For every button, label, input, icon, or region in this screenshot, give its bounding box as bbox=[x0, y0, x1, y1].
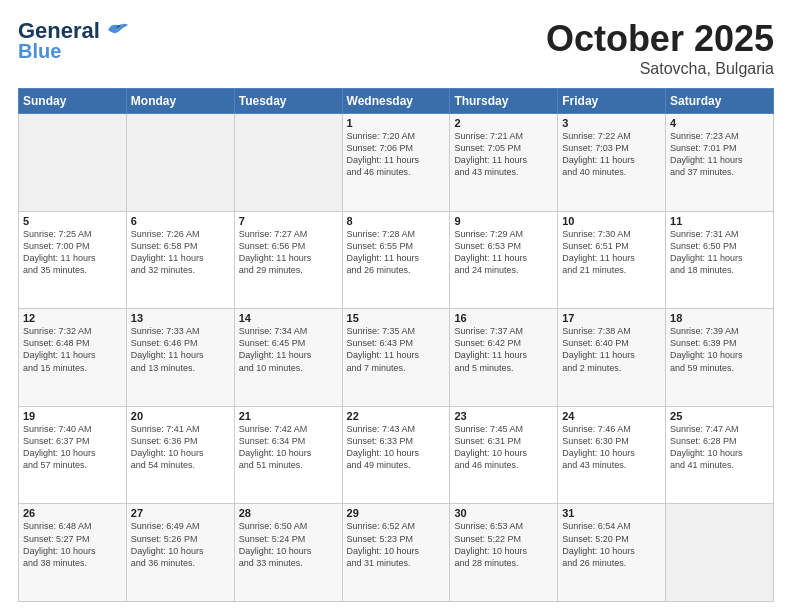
day-cell: 7Sunrise: 7:27 AM Sunset: 6:56 PM Daylig… bbox=[234, 211, 342, 309]
day-info: Sunrise: 7:42 AM Sunset: 6:34 PM Dayligh… bbox=[239, 423, 338, 472]
day-cell: 15Sunrise: 7:35 AM Sunset: 6:43 PM Dayli… bbox=[342, 309, 450, 407]
day-cell: 23Sunrise: 7:45 AM Sunset: 6:31 PM Dayli… bbox=[450, 406, 558, 504]
day-cell: 8Sunrise: 7:28 AM Sunset: 6:55 PM Daylig… bbox=[342, 211, 450, 309]
day-info: Sunrise: 7:29 AM Sunset: 6:53 PM Dayligh… bbox=[454, 228, 553, 277]
day-number: 16 bbox=[454, 312, 553, 324]
day-cell: 11Sunrise: 7:31 AM Sunset: 6:50 PM Dayli… bbox=[666, 211, 774, 309]
day-number: 18 bbox=[670, 312, 769, 324]
day-cell: 3Sunrise: 7:22 AM Sunset: 7:03 PM Daylig… bbox=[558, 114, 666, 212]
day-cell bbox=[234, 114, 342, 212]
day-cell: 6Sunrise: 7:26 AM Sunset: 6:58 PM Daylig… bbox=[126, 211, 234, 309]
day-number: 30 bbox=[454, 507, 553, 519]
day-info: Sunrise: 7:35 AM Sunset: 6:43 PM Dayligh… bbox=[347, 325, 446, 374]
weekday-header-thursday: Thursday bbox=[450, 89, 558, 114]
day-number: 4 bbox=[670, 117, 769, 129]
day-cell: 9Sunrise: 7:29 AM Sunset: 6:53 PM Daylig… bbox=[450, 211, 558, 309]
weekday-header-sunday: Sunday bbox=[19, 89, 127, 114]
day-number: 17 bbox=[562, 312, 661, 324]
day-info: Sunrise: 6:50 AM Sunset: 5:24 PM Dayligh… bbox=[239, 520, 338, 569]
location-title: Satovcha, Bulgaria bbox=[546, 60, 774, 78]
day-info: Sunrise: 7:46 AM Sunset: 6:30 PM Dayligh… bbox=[562, 423, 661, 472]
day-cell bbox=[666, 504, 774, 602]
day-cell: 22Sunrise: 7:43 AM Sunset: 6:33 PM Dayli… bbox=[342, 406, 450, 504]
weekday-header-row: SundayMondayTuesdayWednesdayThursdayFrid… bbox=[19, 89, 774, 114]
day-info: Sunrise: 7:27 AM Sunset: 6:56 PM Dayligh… bbox=[239, 228, 338, 277]
week-row-1: 1Sunrise: 7:20 AM Sunset: 7:06 PM Daylig… bbox=[19, 114, 774, 212]
week-row-3: 12Sunrise: 7:32 AM Sunset: 6:48 PM Dayli… bbox=[19, 309, 774, 407]
title-block: October 2025 Satovcha, Bulgaria bbox=[546, 18, 774, 78]
day-cell: 1Sunrise: 7:20 AM Sunset: 7:06 PM Daylig… bbox=[342, 114, 450, 212]
day-info: Sunrise: 7:25 AM Sunset: 7:00 PM Dayligh… bbox=[23, 228, 122, 277]
day-info: Sunrise: 7:20 AM Sunset: 7:06 PM Dayligh… bbox=[347, 130, 446, 179]
weekday-header-tuesday: Tuesday bbox=[234, 89, 342, 114]
day-number: 28 bbox=[239, 507, 338, 519]
day-number: 9 bbox=[454, 215, 553, 227]
day-info: Sunrise: 6:54 AM Sunset: 5:20 PM Dayligh… bbox=[562, 520, 661, 569]
day-number: 7 bbox=[239, 215, 338, 227]
day-cell: 13Sunrise: 7:33 AM Sunset: 6:46 PM Dayli… bbox=[126, 309, 234, 407]
week-row-4: 19Sunrise: 7:40 AM Sunset: 6:37 PM Dayli… bbox=[19, 406, 774, 504]
day-cell: 21Sunrise: 7:42 AM Sunset: 6:34 PM Dayli… bbox=[234, 406, 342, 504]
day-number: 3 bbox=[562, 117, 661, 129]
day-cell: 17Sunrise: 7:38 AM Sunset: 6:40 PM Dayli… bbox=[558, 309, 666, 407]
header: General Blue October 2025 Satovcha, Bulg… bbox=[18, 18, 774, 78]
day-number: 5 bbox=[23, 215, 122, 227]
day-info: Sunrise: 7:41 AM Sunset: 6:36 PM Dayligh… bbox=[131, 423, 230, 472]
week-row-5: 26Sunrise: 6:48 AM Sunset: 5:27 PM Dayli… bbox=[19, 504, 774, 602]
day-info: Sunrise: 7:45 AM Sunset: 6:31 PM Dayligh… bbox=[454, 423, 553, 472]
day-info: Sunrise: 7:31 AM Sunset: 6:50 PM Dayligh… bbox=[670, 228, 769, 277]
day-info: Sunrise: 7:43 AM Sunset: 6:33 PM Dayligh… bbox=[347, 423, 446, 472]
day-cell: 10Sunrise: 7:30 AM Sunset: 6:51 PM Dayli… bbox=[558, 211, 666, 309]
month-title: October 2025 bbox=[546, 18, 774, 60]
day-cell: 20Sunrise: 7:41 AM Sunset: 6:36 PM Dayli… bbox=[126, 406, 234, 504]
day-number: 24 bbox=[562, 410, 661, 422]
day-info: Sunrise: 7:37 AM Sunset: 6:42 PM Dayligh… bbox=[454, 325, 553, 374]
day-cell bbox=[19, 114, 127, 212]
day-number: 8 bbox=[347, 215, 446, 227]
day-info: Sunrise: 6:53 AM Sunset: 5:22 PM Dayligh… bbox=[454, 520, 553, 569]
day-number: 26 bbox=[23, 507, 122, 519]
day-info: Sunrise: 7:28 AM Sunset: 6:55 PM Dayligh… bbox=[347, 228, 446, 277]
day-cell: 27Sunrise: 6:49 AM Sunset: 5:26 PM Dayli… bbox=[126, 504, 234, 602]
day-info: Sunrise: 7:21 AM Sunset: 7:05 PM Dayligh… bbox=[454, 130, 553, 179]
weekday-header-saturday: Saturday bbox=[666, 89, 774, 114]
day-cell: 18Sunrise: 7:39 AM Sunset: 6:39 PM Dayli… bbox=[666, 309, 774, 407]
day-number: 19 bbox=[23, 410, 122, 422]
logo: General Blue bbox=[18, 18, 130, 63]
day-info: Sunrise: 6:52 AM Sunset: 5:23 PM Dayligh… bbox=[347, 520, 446, 569]
weekday-header-wednesday: Wednesday bbox=[342, 89, 450, 114]
day-cell: 26Sunrise: 6:48 AM Sunset: 5:27 PM Dayli… bbox=[19, 504, 127, 602]
day-number: 15 bbox=[347, 312, 446, 324]
day-info: Sunrise: 7:34 AM Sunset: 6:45 PM Dayligh… bbox=[239, 325, 338, 374]
day-cell: 25Sunrise: 7:47 AM Sunset: 6:28 PM Dayli… bbox=[666, 406, 774, 504]
day-info: Sunrise: 7:33 AM Sunset: 6:46 PM Dayligh… bbox=[131, 325, 230, 374]
day-number: 12 bbox=[23, 312, 122, 324]
weekday-header-friday: Friday bbox=[558, 89, 666, 114]
week-row-2: 5Sunrise: 7:25 AM Sunset: 7:00 PM Daylig… bbox=[19, 211, 774, 309]
day-info: Sunrise: 6:48 AM Sunset: 5:27 PM Dayligh… bbox=[23, 520, 122, 569]
day-info: Sunrise: 7:26 AM Sunset: 6:58 PM Dayligh… bbox=[131, 228, 230, 277]
day-cell: 16Sunrise: 7:37 AM Sunset: 6:42 PM Dayli… bbox=[450, 309, 558, 407]
calendar-table: SundayMondayTuesdayWednesdayThursdayFrid… bbox=[18, 88, 774, 602]
weekday-header-monday: Monday bbox=[126, 89, 234, 114]
day-number: 2 bbox=[454, 117, 553, 129]
day-number: 14 bbox=[239, 312, 338, 324]
day-info: Sunrise: 7:38 AM Sunset: 6:40 PM Dayligh… bbox=[562, 325, 661, 374]
day-cell: 2Sunrise: 7:21 AM Sunset: 7:05 PM Daylig… bbox=[450, 114, 558, 212]
day-number: 29 bbox=[347, 507, 446, 519]
day-cell: 5Sunrise: 7:25 AM Sunset: 7:00 PM Daylig… bbox=[19, 211, 127, 309]
day-number: 31 bbox=[562, 507, 661, 519]
day-number: 11 bbox=[670, 215, 769, 227]
day-cell: 24Sunrise: 7:46 AM Sunset: 6:30 PM Dayli… bbox=[558, 406, 666, 504]
day-cell: 31Sunrise: 6:54 AM Sunset: 5:20 PM Dayli… bbox=[558, 504, 666, 602]
logo-blue: Blue bbox=[18, 40, 61, 63]
day-number: 1 bbox=[347, 117, 446, 129]
day-number: 6 bbox=[131, 215, 230, 227]
day-info: Sunrise: 7:47 AM Sunset: 6:28 PM Dayligh… bbox=[670, 423, 769, 472]
day-info: Sunrise: 7:23 AM Sunset: 7:01 PM Dayligh… bbox=[670, 130, 769, 179]
day-info: Sunrise: 7:32 AM Sunset: 6:48 PM Dayligh… bbox=[23, 325, 122, 374]
page: General Blue October 2025 Satovcha, Bulg… bbox=[0, 0, 792, 612]
day-info: Sunrise: 7:40 AM Sunset: 6:37 PM Dayligh… bbox=[23, 423, 122, 472]
day-cell bbox=[126, 114, 234, 212]
day-number: 13 bbox=[131, 312, 230, 324]
